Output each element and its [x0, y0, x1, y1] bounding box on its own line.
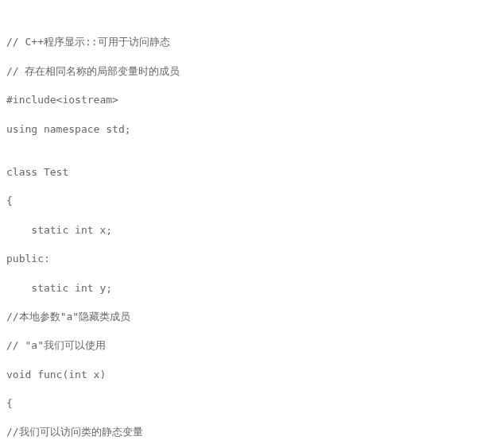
code-line: //本地参数"a"隐藏类成员	[6, 310, 477, 324]
code-line: // 存在相同名称的局部变量时的成员	[6, 64, 477, 79]
code-line: //我们可以访问类的静态变量	[6, 425, 477, 439]
code-line: public:	[6, 252, 477, 266]
code-line: {	[6, 396, 477, 411]
code-line: // C++程序显示::可用于访问静态	[6, 35, 477, 49]
code-line: {	[6, 194, 477, 208]
code-line: // "a"我们可以使用	[6, 338, 477, 353]
code-line: static int x;	[6, 223, 477, 238]
code-line: #include<iostream>	[6, 93, 477, 107]
code-line: class Test	[6, 165, 477, 180]
code-line: static int y;	[6, 281, 477, 295]
code-line: using namespace std;	[6, 122, 477, 137]
code-block: // C++程序显示::可用于访问静态 // 存在相同名称的局部变量时的成员 #…	[6, 21, 477, 448]
code-line: void func(int x)	[6, 368, 477, 382]
